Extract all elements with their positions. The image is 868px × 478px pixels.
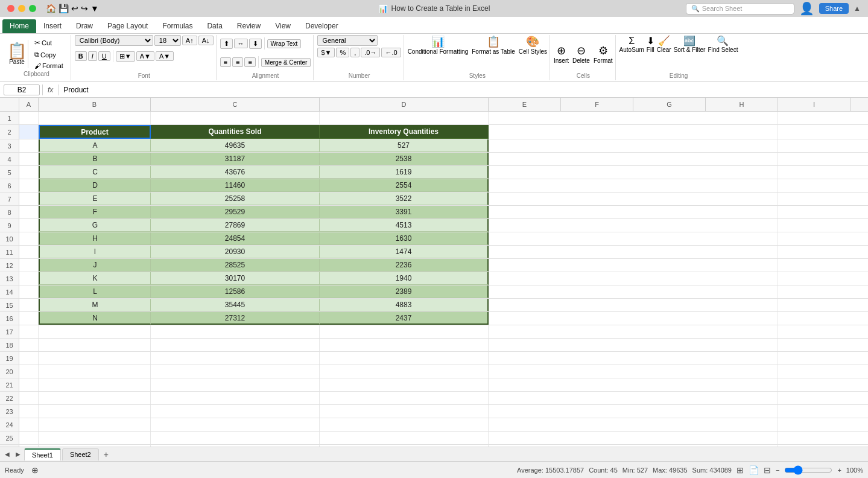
tab-formulas[interactable]: Formulas <box>155 19 200 33</box>
decrease-font-button[interactable]: A↓ <box>198 36 214 45</box>
cell-d26[interactable] <box>320 445 489 447</box>
user-avatar[interactable]: 👤 <box>799 1 814 16</box>
cell-b15[interactable]: M <box>39 299 151 311</box>
cell-c5[interactable]: 43676 <box>151 166 320 179</box>
page-break-view-button[interactable]: ⊟ <box>764 465 771 475</box>
cell-c14[interactable]: 12586 <box>151 285 320 298</box>
cell-d1[interactable] <box>320 112 489 124</box>
add-sheet-button[interactable]: + <box>100 448 112 460</box>
cell-d4[interactable]: 2538 <box>320 153 489 165</box>
cell-a11[interactable] <box>19 246 39 258</box>
cell-d20[interactable] <box>320 365 489 378</box>
cell-rest-15[interactable] <box>489 299 778 311</box>
format-as-table-button[interactable]: 📋 Format as Table <box>472 35 515 55</box>
cut-button[interactable]: ✂ Cut <box>32 37 66 48</box>
cell-c25[interactable] <box>151 432 320 444</box>
borders-button[interactable]: ⊞▼ <box>116 51 135 62</box>
find-select-button[interactable]: 🔍 Find Select <box>708 35 738 53</box>
col-header-d[interactable]: D <box>320 98 489 111</box>
cell-d5[interactable]: 1619 <box>320 166 489 179</box>
cell-c7[interactable]: 25258 <box>151 193 320 205</box>
bold-button[interactable]: B <box>75 51 87 61</box>
align-left-button[interactable]: ≡ <box>220 57 231 67</box>
cell-rest-10[interactable] <box>489 232 778 245</box>
cell-b23[interactable] <box>39 405 151 418</box>
cell-c24[interactable] <box>151 418 320 431</box>
cell-a26[interactable] <box>19 445 39 447</box>
cell-c11[interactable]: 20930 <box>151 246 320 258</box>
cell-b13[interactable]: K <box>39 272 151 285</box>
cell-d11[interactable]: 1474 <box>320 246 489 258</box>
cell-c26[interactable] <box>151 445 320 447</box>
close-button[interactable] <box>7 5 14 12</box>
cell-b3[interactable]: A <box>39 139 151 152</box>
cell-a18[interactable] <box>19 339 39 351</box>
cell-rest-5[interactable] <box>489 166 778 179</box>
cell-a20[interactable] <box>19 365 39 378</box>
cell-c15[interactable]: 35445 <box>151 299 320 311</box>
cell-c17[interactable] <box>151 325 320 338</box>
row-num-8[interactable]: 8 <box>0 206 19 218</box>
cell-d2[interactable]: Inventory Quantities <box>320 125 489 139</box>
cell-rest-17[interactable] <box>489 325 778 338</box>
row-num-2[interactable]: 2 <box>0 125 19 139</box>
cell-rest-22[interactable] <box>489 392 778 404</box>
row-num-20[interactable]: 20 <box>0 365 19 378</box>
cell-a24[interactable] <box>19 418 39 431</box>
cell-a14[interactable] <box>19 285 39 298</box>
cell-c16[interactable]: 27312 <box>151 312 320 325</box>
sheet-tab-sheet2[interactable]: Sheet2 <box>62 448 99 460</box>
col-header-a[interactable]: A <box>19 98 39 111</box>
insert-button[interactable]: ⊕ Insert <box>554 44 569 64</box>
col-header-f[interactable]: F <box>561 98 633 111</box>
col-header-h[interactable]: H <box>706 98 778 111</box>
collapse-ribbon-button[interactable]: ▲ <box>854 4 861 13</box>
minimize-button[interactable] <box>18 5 25 12</box>
col-header-c[interactable]: C <box>151 98 320 111</box>
percent-button[interactable]: % <box>336 48 349 57</box>
cell-c6[interactable]: 11460 <box>151 179 320 192</box>
comma-button[interactable]: , <box>350 48 360 57</box>
underline-button[interactable]: U <box>98 51 110 61</box>
align-bottom-button[interactable]: ⬇ <box>249 39 262 49</box>
clear-button[interactable]: 🧹 Clear <box>657 35 671 53</box>
cell-d23[interactable] <box>320 405 489 418</box>
fill-color-button[interactable]: A▼ <box>136 51 154 61</box>
row-num-25[interactable]: 25 <box>0 432 19 444</box>
copy-button[interactable]: ⧉ Copy <box>32 49 66 60</box>
align-center-button[interactable]: ≡ <box>232 57 243 67</box>
cell-a21[interactable] <box>19 378 39 391</box>
increase-decimal-button[interactable]: .0→ <box>361 48 380 57</box>
cell-c4[interactable]: 31187 <box>151 153 320 165</box>
cell-b25[interactable] <box>39 432 151 444</box>
cell-d8[interactable]: 3391 <box>320 206 489 218</box>
row-num-7[interactable]: 7 <box>0 193 19 205</box>
autosum-button[interactable]: Σ AutoSum <box>619 36 644 53</box>
cell-c3[interactable]: 49635 <box>151 139 320 152</box>
cell-d14[interactable]: 2389 <box>320 285 489 298</box>
normal-view-button[interactable]: ⊞ <box>737 465 744 475</box>
row-num-21[interactable]: 21 <box>0 378 19 391</box>
align-right-button[interactable]: ≡ <box>244 57 255 67</box>
cell-rest-11[interactable] <box>489 246 778 258</box>
row-num-19[interactable]: 19 <box>0 352 19 365</box>
cell-b21[interactable] <box>39 378 151 391</box>
cell-a1[interactable] <box>19 112 39 124</box>
cell-rest-3[interactable] <box>489 139 778 152</box>
cell-d25[interactable] <box>320 432 489 444</box>
cell-c23[interactable] <box>151 405 320 418</box>
cell-d15[interactable]: 4883 <box>320 299 489 311</box>
sheet-nav-left[interactable]: ◀ <box>2 450 12 459</box>
cell-b6[interactable]: D <box>39 179 151 192</box>
cell-d17[interactable] <box>320 325 489 338</box>
font-family-select[interactable]: Calibri (Body) <box>75 35 153 46</box>
cell-b12[interactable]: J <box>39 259 151 272</box>
cell-b8[interactable]: F <box>39 206 151 218</box>
cell-d18[interactable] <box>320 339 489 351</box>
cell-a9[interactable] <box>19 219 39 232</box>
cell-d16[interactable]: 2437 <box>320 312 489 325</box>
format-painter-button[interactable]: 🖌 Format <box>32 61 66 71</box>
format-cells-button[interactable]: ⚙ Format <box>594 44 613 64</box>
sheet-nav-right[interactable]: ▶ <box>13 450 23 459</box>
cell-a25[interactable] <box>19 432 39 444</box>
